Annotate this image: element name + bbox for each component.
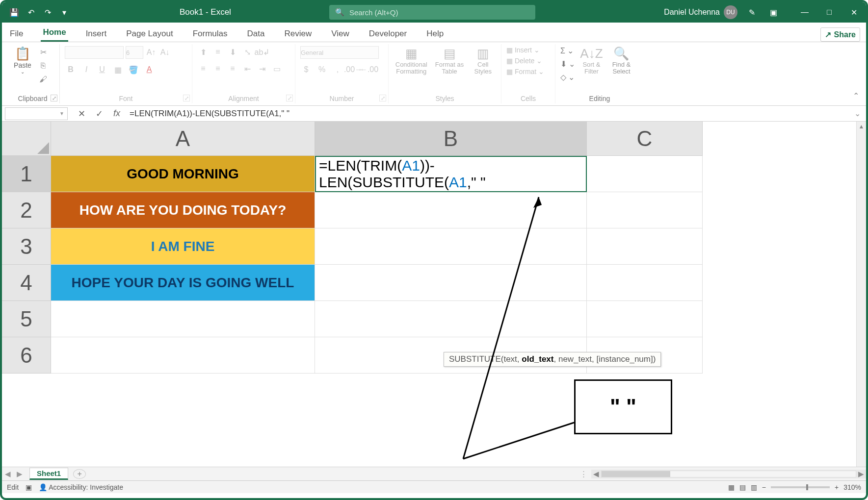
sheet-nav-next[interactable]: ▶ bbox=[14, 470, 26, 478]
clear-icon[interactable]: ◇ ⌄ bbox=[560, 73, 575, 82]
font-name-input[interactable] bbox=[65, 46, 124, 59]
decrease-indent-icon[interactable]: ⇤ bbox=[241, 63, 253, 75]
expand-formula-bar-icon[interactable]: ⌄ bbox=[854, 109, 866, 118]
tab-home[interactable]: Home bbox=[41, 25, 68, 42]
close-button[interactable]: ✕ bbox=[846, 5, 861, 20]
italic-icon[interactable]: I bbox=[80, 64, 92, 75]
bold-icon[interactable]: B bbox=[65, 64, 77, 75]
sort-filter-button[interactable]: A↓Z Sort & Filter bbox=[579, 46, 604, 75]
format-as-table-button[interactable]: ▤ Format as Table bbox=[434, 46, 465, 75]
merge-icon[interactable]: ▭ bbox=[271, 63, 283, 75]
row-header-2[interactable]: 2 bbox=[2, 192, 51, 228]
search-box[interactable]: 🔍 Search (Alt+Q) bbox=[329, 5, 535, 20]
tab-review[interactable]: Review bbox=[282, 26, 314, 42]
wrap-text-icon[interactable]: ab↲ bbox=[256, 46, 268, 58]
tab-help[interactable]: Help bbox=[424, 26, 446, 42]
view-page-break-icon[interactable]: ▥ bbox=[751, 483, 757, 491]
cut-icon[interactable]: ✂ bbox=[37, 46, 49, 58]
row-header-1[interactable]: 1 bbox=[2, 156, 51, 192]
format-painter-icon[interactable]: 🖌 bbox=[37, 74, 49, 85]
minimize-button[interactable]: — bbox=[797, 5, 812, 20]
find-select-button[interactable]: 🔍 Find & Select bbox=[607, 46, 635, 75]
align-middle-icon[interactable]: ≡ bbox=[212, 46, 224, 58]
scroll-right-icon[interactable]: ▶ bbox=[856, 470, 866, 478]
align-left-icon[interactable]: ≡ bbox=[197, 63, 209, 75]
zoom-level[interactable]: 310% bbox=[843, 483, 861, 491]
name-box[interactable]: ▼ bbox=[5, 107, 68, 120]
fx-icon[interactable]: fx bbox=[108, 108, 126, 119]
accounting-icon[interactable]: $ bbox=[300, 64, 312, 75]
clipboard-launcher[interactable]: ⤢ bbox=[51, 95, 57, 101]
ribbon-display-icon[interactable]: ▣ bbox=[766, 5, 781, 20]
number-launcher[interactable]: ⤢ bbox=[379, 95, 386, 101]
maximize-button[interactable]: □ bbox=[822, 5, 837, 20]
status-accessibility[interactable]: 👤 Accessibility: Investigate bbox=[39, 483, 123, 491]
orientation-icon[interactable]: ⤡ bbox=[241, 46, 253, 58]
row-header-3[interactable]: 3 bbox=[2, 228, 51, 265]
cell-b4[interactable] bbox=[315, 265, 587, 301]
sheet-tab-1[interactable]: Sheet1 bbox=[29, 468, 68, 480]
fill-icon[interactable]: ⬇ ⌄ bbox=[560, 59, 575, 69]
cell-c3[interactable] bbox=[587, 228, 703, 265]
cell-a5[interactable] bbox=[51, 301, 315, 337]
align-right-icon[interactable]: ≡ bbox=[227, 63, 238, 75]
copy-icon[interactable]: ⎘ bbox=[37, 60, 49, 72]
sheet-nav-prev[interactable]: ◀ bbox=[2, 470, 14, 478]
horizontal-scrollbar[interactable]: ◀ ▶ bbox=[591, 470, 866, 478]
cell-c1[interactable] bbox=[587, 156, 703, 192]
conditional-formatting-button[interactable]: ▦ Conditional Formatting bbox=[394, 46, 429, 75]
cancel-formula-icon[interactable]: ✕ bbox=[73, 108, 90, 119]
cell-b5[interactable] bbox=[315, 301, 587, 337]
align-center-icon[interactable]: ≡ bbox=[212, 63, 224, 75]
percent-icon[interactable]: % bbox=[316, 64, 328, 75]
worksheet-grid[interactable]: A B C 1 2 3 4 5 6 GOOD MORNING =LEN(TRIM… bbox=[2, 122, 866, 467]
decrease-decimal-icon[interactable]: ←.00 bbox=[363, 64, 375, 75]
pen-icon[interactable]: ✎ bbox=[744, 5, 759, 20]
cell-b3[interactable] bbox=[315, 228, 587, 265]
cell-c4[interactable] bbox=[587, 265, 703, 301]
alignment-launcher[interactable]: ⤢ bbox=[286, 95, 293, 101]
collapse-ribbon-icon[interactable]: ⌃ bbox=[850, 88, 862, 103]
fill-color-icon[interactable]: 🪣 bbox=[128, 64, 139, 75]
cell-a3[interactable]: I AM FINE bbox=[51, 228, 315, 265]
undo-icon[interactable]: ↶ bbox=[24, 5, 38, 20]
cell-styles-button[interactable]: ▥ Cell Styles bbox=[470, 46, 496, 75]
cell-c2[interactable] bbox=[587, 192, 703, 228]
underline-icon[interactable]: U bbox=[96, 64, 108, 75]
increase-font-icon[interactable]: A↑ bbox=[145, 47, 157, 58]
font-color-icon[interactable]: A bbox=[143, 64, 155, 75]
cells-delete-button[interactable]: ▦ Delete ⌄ bbox=[506, 57, 542, 65]
qat-customize-icon[interactable]: ▾ bbox=[57, 5, 72, 20]
vertical-scrollbar[interactable]: ▲ bbox=[856, 122, 866, 467]
cells-format-button[interactable]: ▦ Format ⌄ bbox=[506, 68, 544, 75]
font-size-input[interactable] bbox=[126, 46, 143, 59]
scroll-left-icon[interactable]: ◀ bbox=[591, 470, 601, 478]
redo-icon[interactable]: ↷ bbox=[40, 5, 55, 20]
view-page-layout-icon[interactable]: ▤ bbox=[739, 483, 746, 491]
status-macro-icon[interactable]: ▣ bbox=[26, 483, 32, 491]
tab-data[interactable]: Data bbox=[245, 26, 267, 42]
col-header-a[interactable]: A bbox=[51, 122, 315, 156]
select-all-corner[interactable] bbox=[2, 122, 51, 156]
cell-a1[interactable]: GOOD MORNING bbox=[51, 156, 315, 192]
tab-page-layout[interactable]: Page Layout bbox=[124, 26, 175, 42]
cell-a2[interactable]: HOW ARE YOU DOING TODAY? bbox=[51, 192, 315, 228]
cell-b2[interactable] bbox=[315, 192, 587, 228]
add-sheet-button[interactable]: + bbox=[73, 469, 86, 479]
cells-insert-button[interactable]: ▦ Insert ⌄ bbox=[506, 46, 540, 54]
hscroll-thumb[interactable] bbox=[602, 471, 670, 477]
zoom-in-icon[interactable]: + bbox=[835, 483, 839, 491]
scroll-up-icon[interactable]: ▲ bbox=[857, 122, 866, 131]
share-button[interactable]: ↗ Share bbox=[820, 27, 860, 42]
tab-file[interactable]: File bbox=[8, 26, 25, 42]
save-icon[interactable]: 💾 bbox=[7, 5, 22, 20]
increase-indent-icon[interactable]: ⇥ bbox=[256, 63, 268, 75]
user-account[interactable]: Daniel Uchenna DU bbox=[664, 5, 737, 19]
increase-decimal-icon[interactable]: .00→ bbox=[347, 64, 359, 75]
cell-c5[interactable] bbox=[587, 301, 703, 337]
col-header-b[interactable]: B bbox=[315, 122, 587, 156]
tab-formulas[interactable]: Formulas bbox=[191, 26, 230, 42]
cell-a4[interactable]: HOPE YOUR DAY IS GOING WELL bbox=[51, 265, 315, 301]
borders-icon[interactable]: ▦ bbox=[112, 64, 124, 75]
accept-formula-icon[interactable]: ✓ bbox=[90, 108, 108, 119]
